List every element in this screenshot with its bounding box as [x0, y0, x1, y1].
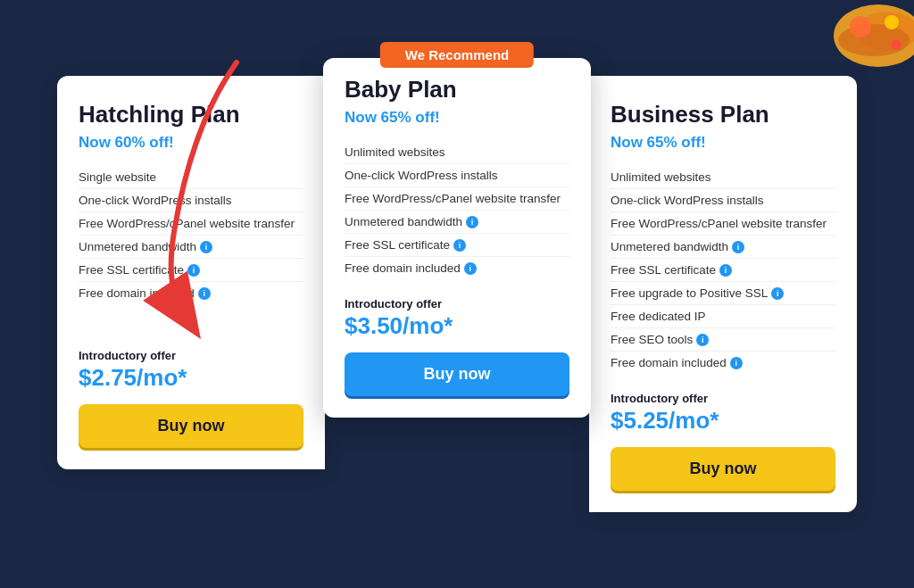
list-item: Free domain included i: [79, 282, 303, 304]
info-icon[interactable]: i: [732, 241, 744, 253]
svg-point-4: [885, 15, 899, 29]
business-features: Unlimited websites One-click WordPress i…: [611, 166, 835, 374]
business-plan-card: Business Plan Now 65% off! Unlimited web…: [589, 76, 857, 512]
list-item: Unlimited websites: [345, 141, 569, 164]
info-icon[interactable]: i: [464, 262, 477, 275]
list-item: Free upgrade to Positive SSL i: [611, 282, 835, 305]
hatchling-intro-label: Introductory offer: [79, 349, 303, 362]
info-icon[interactable]: i: [200, 241, 212, 253]
hatchling-plan-name: Hatchling Plan: [79, 101, 303, 128]
info-icon[interactable]: i: [466, 216, 478, 228]
info-icon[interactable]: i: [730, 357, 743, 369]
svg-point-3: [850, 16, 871, 37]
list-item: Unmetered bandwidth i: [611, 236, 835, 259]
list-item: Free SEO tools i: [611, 328, 835, 352]
info-icon[interactable]: i: [771, 287, 784, 300]
list-item: One-click WordPress installs: [79, 189, 303, 212]
business-discount: Now 65% off!: [611, 134, 835, 152]
info-icon[interactable]: i: [719, 264, 732, 277]
business-plan-name: Business Plan: [611, 101, 835, 128]
business-price: $5.25/mo*: [611, 407, 835, 435]
hatchling-pricing: Introductory offer $2.75/mo*: [79, 349, 303, 392]
list-item: Free domain included i: [345, 257, 569, 279]
info-icon[interactable]: i: [696, 334, 709, 346]
hatchling-plan-card: Hatchling Plan Now 60% off! Single websi…: [57, 76, 325, 469]
svg-point-5: [891, 39, 902, 50]
list-item: Free WordPress/cPanel website transfer: [611, 212, 835, 236]
baby-pricing: Introductory offer $3.50/mo*: [345, 297, 569, 340]
list-item: Free dedicated IP: [611, 305, 835, 328]
info-icon[interactable]: i: [187, 264, 200, 277]
list-item: Unmetered bandwidth i: [79, 236, 303, 259]
we-recommend-badge: We Recommend: [380, 42, 534, 68]
list-item: Free WordPress/cPanel website transfer: [79, 212, 303, 236]
list-item: Free SSL certificate i: [611, 259, 835, 282]
baby-plan-name: Baby Plan: [345, 76, 569, 104]
business-intro-label: Introductory offer: [611, 392, 835, 405]
list-item: Single website: [79, 166, 303, 189]
list-item: Free WordPress/cPanel website transfer: [345, 187, 569, 211]
pricing-cards-container: Hatchling Plan Now 60% off! Single websi…: [30, 58, 884, 530]
baby-price: $3.50/mo*: [345, 312, 569, 340]
list-item: Unlimited websites: [611, 166, 835, 189]
hatchling-buy-button[interactable]: Buy now: [79, 404, 303, 448]
baby-discount: Now 65% off!: [345, 109, 569, 127]
list-item: Unmetered bandwidth i: [345, 211, 569, 234]
info-icon[interactable]: i: [198, 287, 211, 300]
business-buy-button[interactable]: Buy now: [611, 447, 835, 491]
hatchling-features: Single website One-click WordPress insta…: [79, 166, 303, 304]
list-item: Free SSL certificate i: [79, 259, 303, 282]
list-item: Free SSL certificate i: [345, 234, 569, 257]
hatchling-price: $2.75/mo*: [79, 364, 303, 392]
business-pricing: Introductory offer $5.25/mo*: [611, 392, 835, 435]
baby-buy-button[interactable]: Buy now: [345, 352, 569, 396]
baby-features: Unlimited websites One-click WordPress i…: [345, 141, 569, 279]
baby-plan-card: We Recommend Baby Plan Now 65% off! Unli…: [323, 58, 591, 418]
list-item: One-click WordPress installs: [345, 164, 569, 187]
list-item: Free domain included i: [611, 352, 835, 374]
list-item: One-click WordPress installs: [611, 189, 835, 212]
baby-intro-label: Introductory offer: [345, 297, 569, 311]
info-icon[interactable]: i: [453, 239, 466, 252]
hatchling-discount: Now 60% off!: [79, 134, 303, 152]
